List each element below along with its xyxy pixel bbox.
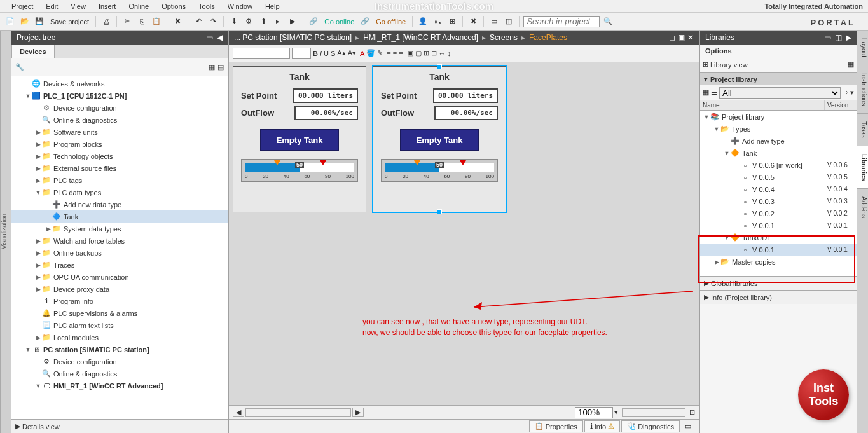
expand-icon[interactable]: ▼ (723, 235, 731, 241)
align-right-icon[interactable]: ≡ (399, 50, 403, 57)
lib-row[interactable]: ▼📚Project library (700, 111, 857, 123)
expand-icon[interactable]: ▼ (24, 93, 32, 99)
diagnostics-tab[interactable]: 🩺 Diagnostics (621, 420, 680, 432)
undo-icon[interactable]: ↶ (192, 15, 205, 28)
paste-icon[interactable]: 📋 (150, 15, 163, 28)
panel-pin-icon[interactable]: ◫ (835, 33, 842, 42)
menu-project[interactable]: Project (5, 1, 39, 11)
send-back-icon[interactable]: ▢ (415, 49, 422, 57)
details-view-bar[interactable]: ▶ Details view (11, 419, 228, 433)
tree-row[interactable]: ▼🖵HMI_RT_1 [WinCC RT Advanced] (11, 380, 228, 392)
lib-dropdown-icon[interactable]: ▾ (850, 88, 854, 97)
expand-icon[interactable]: ▼ (703, 114, 710, 120)
font-color-icon[interactable]: A (360, 50, 364, 57)
panel-view-icon[interactable]: ▭ (824, 33, 831, 42)
expand-icon[interactable]: ▶ (34, 238, 42, 244)
open-icon[interactable]: 📂 (18, 15, 31, 28)
copy-icon[interactable]: ⎘ (135, 15, 148, 28)
fp-slider[interactable]: 50 020406080100 (241, 159, 358, 182)
lib-list-icon[interactable]: ☰ (711, 88, 717, 97)
lib-row[interactable]: ▫V 0.0.5V 0.0.5 (700, 171, 857, 183)
scroll-right-icon[interactable]: ▶ (352, 408, 364, 417)
go-offline-icon[interactable]: 🔗 (359, 15, 371, 28)
expand-icon[interactable]: ▶ (34, 274, 42, 280)
bc-pcstation[interactable]: ... PC station [SIMATIC PC station] (234, 33, 352, 42)
menu-tools[interactable]: Tools (192, 1, 221, 11)
italic-icon[interactable]: I (320, 50, 322, 57)
search-input[interactable] (523, 16, 600, 27)
zoom-dropdown-icon[interactable]: ▾ (614, 408, 618, 416)
upload-icon[interactable]: ⬆ (257, 15, 270, 28)
compile-icon[interactable]: ⚙ (242, 15, 255, 28)
tree-row[interactable]: ▶📁Device proxy data (11, 283, 228, 295)
expand-icon[interactable]: ▶ (34, 262, 42, 268)
font-size-input[interactable] (292, 48, 311, 59)
menu-online[interactable]: Online (122, 1, 155, 11)
align-left-icon[interactable]: ≡ (387, 50, 390, 57)
restore-icon[interactable]: ◻ (669, 33, 675, 42)
fp-slider[interactable]: 50 020406080100 (381, 159, 498, 182)
group-icon[interactable]: ⊞ (424, 49, 429, 57)
expand-icon[interactable]: ▶ (34, 153, 42, 160)
left-rail-visualization[interactable]: Visualization (0, 31, 11, 433)
minimize-icon[interactable]: — (659, 33, 666, 42)
lib-row[interactable]: ▫V 0.0.4V 0.0.4 (700, 183, 857, 195)
tree-row[interactable]: ℹProgram info (11, 295, 228, 307)
vtab-addins[interactable]: Add-ins (857, 189, 868, 226)
expand-icon[interactable]: ▼ (34, 189, 42, 196)
global-libraries-bar[interactable]: ▶ Global libraries (700, 276, 857, 290)
distribute-v-icon[interactable]: ↕ (448, 50, 451, 57)
fp-outflow-value[interactable]: 00.00%/sec (434, 106, 498, 120)
tree-row[interactable]: ▶📁External source files (11, 162, 228, 174)
devices-tab[interactable]: Devices (11, 45, 55, 58)
lib-row[interactable]: ▫V 0.0.1V 0.0.1 (700, 244, 857, 256)
tree-row[interactable]: ▶📁OPC UA communication (11, 271, 228, 283)
properties-tab[interactable]: 📋 Properties (529, 420, 583, 432)
info-project-library-bar[interactable]: ▶ Info (Project library) (700, 290, 857, 304)
print-icon[interactable]: 🖨 (100, 15, 113, 28)
tree-overview-icon[interactable]: ▤ (217, 63, 224, 71)
zoom-slider[interactable] (622, 408, 685, 417)
expand-icon[interactable]: ▶ (34, 129, 42, 135)
menu-help[interactable]: Help (259, 1, 286, 11)
tree-row[interactable]: ▶📁Online backups (11, 247, 228, 259)
tree-row[interactable]: ⚙Device configuration (11, 102, 228, 114)
scroll-left-icon[interactable]: ◀ (233, 408, 244, 417)
close-icon[interactable]: ✕ (687, 33, 694, 42)
split-h-icon[interactable]: ▭ (488, 15, 500, 28)
fp-setpoint-value[interactable]: 00.000 liters (293, 88, 358, 103)
project-library-header[interactable]: ▾ Project library (700, 73, 857, 85)
tree-grid-icon[interactable]: ▦ (209, 63, 215, 71)
bold-icon[interactable]: B (313, 50, 318, 57)
tree-row[interactable]: ▶📁Technology objects (11, 150, 228, 162)
lib-filter-select[interactable]: All (719, 87, 841, 99)
fit-icon[interactable]: ⊡ (689, 408, 695, 416)
collapse-icon[interactable]: ▭ (206, 33, 213, 42)
ungroup-icon[interactable]: ⊟ (431, 49, 437, 57)
font-family-input[interactable] (233, 48, 290, 59)
lib-filter-icon[interactable]: ⇨ (843, 88, 848, 97)
screen-canvas[interactable]: Tank Set Point 00.000 liters OutFlow 00.… (229, 62, 699, 405)
underline-icon[interactable]: U (324, 50, 329, 57)
zoom-input[interactable] (575, 407, 613, 418)
lib-row[interactable]: ▼🔶Tank (700, 147, 857, 159)
font-smaller-icon[interactable]: A▾ (348, 49, 356, 57)
expand-icon[interactable]: ▶ (34, 334, 42, 341)
align-center-icon[interactable]: ≡ (393, 50, 397, 57)
library-view-button[interactable]: Library view (710, 61, 748, 69)
fill-color-icon[interactable]: 🪣 (366, 49, 375, 57)
tree-row[interactable]: 🔍Online & diagnostics (11, 368, 228, 380)
lib-row[interactable]: ➕Add new type (700, 135, 857, 147)
menu-insert[interactable]: Insert (92, 1, 123, 11)
tree-row[interactable]: ⚙Device configuration (11, 355, 228, 368)
fp-setpoint-value[interactable]: 00.000 liters (433, 88, 498, 103)
new-icon[interactable]: 📄 (4, 15, 17, 28)
menu-view[interactable]: View (64, 1, 92, 11)
menu-options[interactable]: Options (155, 1, 192, 11)
info-tab[interactable]: ℹ Info ⚠ (584, 420, 620, 432)
tree-row[interactable]: ▶📁Program blocks (11, 138, 228, 150)
go-online-icon[interactable]: 🔗 (307, 15, 320, 28)
empty-tank-button[interactable]: Empty Tank (260, 129, 340, 151)
lib-row[interactable]: ▫V 0.0.1V 0.0.1 (700, 219, 857, 231)
search-icon[interactable]: 🔍 (602, 15, 614, 28)
